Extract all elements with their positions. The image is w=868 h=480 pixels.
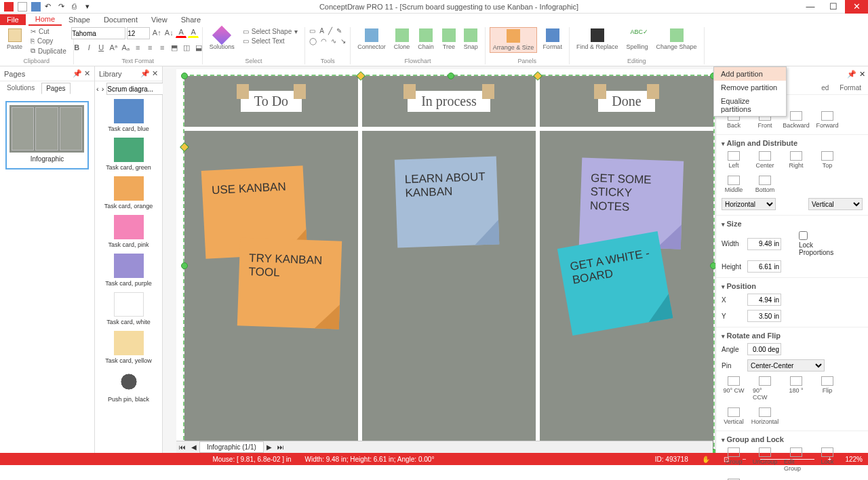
pin-select[interactable]: Center-Center bbox=[747, 359, 825, 372]
print-icon[interactable]: ⎙ bbox=[72, 2, 81, 12]
arrange-size-button[interactable]: Arrange & Size bbox=[490, 27, 538, 53]
canvas-area[interactable]: To Do USE KANBAN TRY KANBAN TOOL In proc… bbox=[163, 66, 715, 453]
connector-tool-icon[interactable]: ↘ bbox=[340, 37, 346, 45]
duplicate-button[interactable]: ⧉ Duplicate bbox=[28, 46, 69, 56]
menu-home[interactable]: Home bbox=[28, 14, 62, 26]
flip-vert-button[interactable]: Vertical bbox=[722, 407, 746, 425]
undo-icon[interactable]: ↶ bbox=[45, 2, 54, 12]
order-backward-button[interactable]: Backward bbox=[784, 111, 808, 129]
italic-button[interactable]: I bbox=[83, 42, 94, 53]
lib-item-yellow[interactable]: Task card, yellow bbox=[95, 328, 162, 367]
angle-input[interactable] bbox=[747, 343, 781, 355]
file-menu[interactable]: File bbox=[0, 14, 26, 25]
connector-button[interactable]: Connector bbox=[355, 27, 389, 52]
align-middle-button[interactable]: Middle bbox=[722, 176, 746, 193]
lib-item-blue[interactable]: Task card, blue bbox=[95, 96, 162, 135]
spelling-button[interactable]: ABC✓Spelling bbox=[623, 27, 650, 52]
rect-tool-icon[interactable]: ▭ bbox=[309, 27, 315, 35]
tab-nav-prev[interactable]: ◀ bbox=[189, 443, 199, 451]
ellipse-tool-icon[interactable]: ◯ bbox=[309, 37, 317, 45]
ctx-equalize-partitions[interactable]: Equalize partitions bbox=[714, 94, 786, 116]
ctx-remove-partition[interactable]: Remove partition bbox=[714, 81, 786, 94]
highlight-icon[interactable]: A bbox=[188, 27, 199, 38]
menu-dropdown-icon[interactable]: ▾ bbox=[85, 2, 95, 12]
cut-button[interactable]: ✂ Cut bbox=[28, 27, 69, 36]
lib-item-purple[interactable]: Task card, purple bbox=[95, 251, 162, 289]
lib-item-orange[interactable]: Task card, orange bbox=[95, 174, 162, 212]
align-bottom-button[interactable]: Bottom bbox=[753, 176, 777, 193]
select-shape-button[interactable]: ▭ Select Shape ▾ bbox=[240, 27, 301, 36]
sticky-try-kanban[interactable]: TRY KANBAN TOOL bbox=[237, 237, 342, 329]
change-shape-button[interactable]: Change Shape bbox=[653, 27, 699, 52]
redo-icon[interactable]: ↷ bbox=[58, 2, 68, 12]
solutions-button[interactable]: Solutions bbox=[207, 27, 237, 52]
copy-button[interactable]: ⎘ Copy bbox=[28, 37, 69, 45]
menu-document[interactable]: Document bbox=[97, 14, 144, 25]
y-input[interactable] bbox=[747, 310, 781, 322]
sticky-learn-kanban[interactable]: LEARN ABOUT KANBAN bbox=[395, 156, 499, 247]
menu-shape[interactable]: Shape bbox=[62, 14, 97, 25]
menu-share[interactable]: Share bbox=[174, 14, 208, 25]
align-center-button[interactable]: Center bbox=[753, 151, 777, 169]
snap-button[interactable]: Snap bbox=[461, 27, 481, 52]
new-icon[interactable] bbox=[18, 2, 27, 12]
minimize-button[interactable]: — bbox=[799, 0, 822, 14]
sticky-whiteboard[interactable]: GET A WHITE -BOARD bbox=[557, 231, 673, 336]
rotate-ccw-button[interactable]: 90° CCW bbox=[753, 376, 777, 401]
order-forward-button[interactable]: Forward bbox=[815, 111, 840, 129]
arc-tool-icon[interactable]: ◠ bbox=[321, 37, 327, 45]
decrease-font-icon[interactable]: A↓ bbox=[163, 27, 174, 38]
page-thumbnail[interactable]: Infographic bbox=[5, 101, 89, 169]
font-size-input[interactable] bbox=[127, 27, 150, 39]
page-tab[interactable]: Infographic (1/1) bbox=[199, 441, 264, 453]
tab-nav-next[interactable]: ▶ bbox=[264, 443, 275, 451]
flip-horiz-button[interactable]: Horizontal bbox=[753, 407, 777, 425]
align-mid-icon[interactable]: ◫ bbox=[181, 42, 192, 53]
ungroup-button[interactable]: UnGroup bbox=[753, 447, 777, 472]
maximize-button[interactable]: ☐ bbox=[822, 0, 845, 14]
clone-button[interactable]: Clone bbox=[391, 27, 413, 52]
curve-tool-icon[interactable]: ∿ bbox=[331, 37, 336, 45]
lib-item-pushpin[interactable]: Push pin, black bbox=[95, 367, 162, 405]
menu-view[interactable]: View bbox=[144, 14, 174, 25]
superscript-icon[interactable]: Aᵃ bbox=[108, 42, 119, 53]
tab-nav-first[interactable]: ⏮ bbox=[176, 443, 189, 451]
bold-button[interactable]: B bbox=[71, 42, 82, 53]
kanban-board[interactable]: To Do USE KANBAN TRY KANBAN TOOL In proc… bbox=[184, 76, 713, 452]
font-select[interactable] bbox=[71, 27, 125, 39]
lib-item-green[interactable]: Task card, green bbox=[95, 135, 162, 174]
align-left-button[interactable]: Left bbox=[722, 151, 746, 169]
increase-font-icon[interactable]: A↑ bbox=[151, 27, 162, 38]
pen-tool-icon[interactable]: ✎ bbox=[336, 27, 342, 35]
pin-icon[interactable]: 📌 bbox=[847, 70, 856, 79]
rotate-cw-button[interactable]: 90° CW bbox=[722, 376, 746, 401]
lock-button[interactable]: Lock bbox=[815, 447, 840, 472]
chain-button[interactable]: Chain bbox=[415, 27, 437, 52]
paste-button[interactable]: Paste bbox=[4, 27, 25, 52]
close-button[interactable]: ✕ bbox=[845, 0, 868, 14]
save-icon[interactable] bbox=[31, 2, 41, 12]
tree-button[interactable]: Tree bbox=[439, 27, 458, 52]
tab-nav-last[interactable]: ⏭ bbox=[275, 443, 287, 451]
align-center-icon[interactable]: ≡ bbox=[144, 42, 155, 53]
pages-tab[interactable]: Pages bbox=[41, 83, 70, 94]
x-input[interactable] bbox=[747, 294, 781, 306]
align-top-button[interactable]: Top bbox=[815, 151, 840, 169]
flip-button[interactable]: Flip bbox=[815, 376, 840, 401]
lib-prev-icon[interactable]: ‹ bbox=[96, 85, 99, 93]
close-panel-icon[interactable]: ✕ bbox=[859, 70, 865, 79]
subscript-icon[interactable]: Aₐ bbox=[120, 42, 131, 53]
rotate-180-button[interactable]: 180 ° bbox=[784, 376, 808, 401]
align-right-icon[interactable]: ≡ bbox=[157, 42, 167, 53]
format-panel-button[interactable]: Format bbox=[540, 27, 565, 52]
align-left-icon[interactable]: ≡ bbox=[132, 42, 143, 53]
solutions-tab[interactable]: Solutions bbox=[3, 83, 39, 94]
font-color-icon[interactable]: A bbox=[176, 27, 186, 38]
distribute-vert-select[interactable]: Vertical bbox=[808, 198, 863, 210]
lib-item-white[interactable]: Task card, white bbox=[95, 289, 162, 328]
text-tool-icon[interactable]: A bbox=[319, 27, 324, 35]
underline-button[interactable]: U bbox=[96, 42, 106, 53]
find-replace-button[interactable]: Find & Replace bbox=[574, 27, 621, 52]
lock-proportions-checkbox[interactable] bbox=[799, 231, 808, 240]
hand-tool-icon[interactable]: ✋ bbox=[702, 456, 710, 463]
